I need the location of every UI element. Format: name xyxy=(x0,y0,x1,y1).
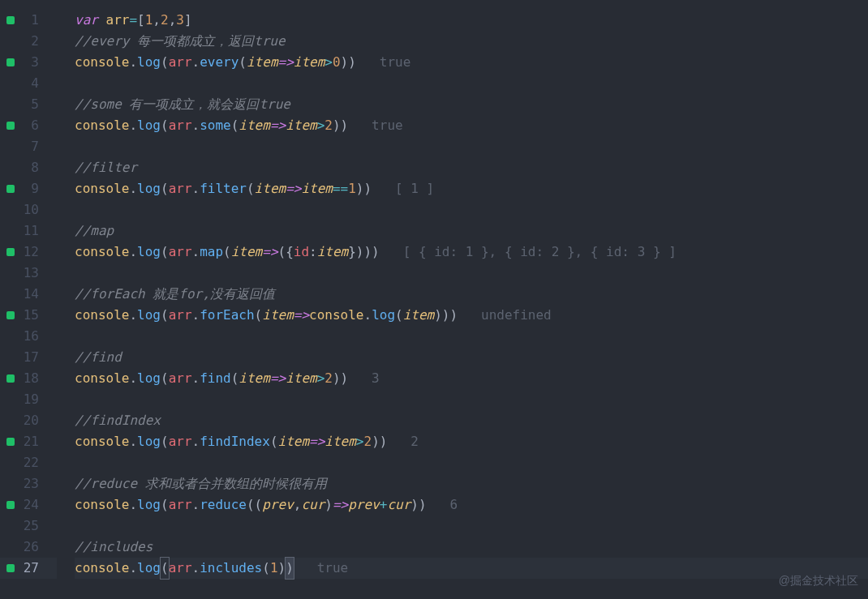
code-line[interactable]: //some 有一项成立，就会返回true xyxy=(75,94,868,115)
code-line[interactable]: //find xyxy=(75,347,868,368)
breakpoint-marker-icon[interactable] xyxy=(6,374,15,383)
code-line[interactable]: console.log(arr.map(item=>({id:item}))) … xyxy=(75,242,868,263)
gutter-row[interactable]: 14 xyxy=(0,284,57,305)
gutter-row[interactable]: 2 xyxy=(0,31,57,52)
code-token: [ { id: 1 }, { id: 2 }, { id: 3 } ] xyxy=(380,242,677,263)
code-token: 2 xyxy=(324,115,333,136)
code-line[interactable]: //reduce 求和或者合并数组的时候很有用 xyxy=(75,473,868,494)
code-line[interactable]: console.log(arr.some(item=>item>2)) true xyxy=(75,115,868,136)
gutter-row[interactable]: 13 xyxy=(0,263,57,284)
code-line[interactable] xyxy=(75,326,868,347)
code-token: filter xyxy=(200,178,247,199)
gutter-row[interactable]: 6 xyxy=(0,115,57,136)
code-token: > xyxy=(356,431,364,452)
code-line[interactable]: //forEach 就是for,没有返回值 xyxy=(75,284,868,305)
gutter-row[interactable]: 22 xyxy=(0,452,57,473)
breakpoint-marker-icon[interactable] xyxy=(6,501,15,509)
code-line[interactable]: console.log(arr.every(item=>item>0)) tru… xyxy=(75,52,868,73)
gutter-row[interactable]: 20 xyxy=(0,410,57,431)
gutter-row[interactable]: 27 xyxy=(0,558,57,579)
code-token: (( xyxy=(247,494,262,516)
code-token: . xyxy=(192,115,200,136)
code-line[interactable]: var arr=[1,2,3] xyxy=(75,10,868,31)
code-editor[interactable]: 1234567891011121314151617181920212223242… xyxy=(0,0,868,599)
breakpoint-marker-icon[interactable] xyxy=(6,122,15,130)
code-token: . xyxy=(192,305,200,326)
code-token: => xyxy=(270,115,286,136)
code-token: => xyxy=(333,494,348,516)
code-line[interactable]: console.log(arr.forEach(item=>console.lo… xyxy=(75,305,868,326)
code-line[interactable]: //map xyxy=(75,220,868,242)
code-token: arr xyxy=(169,52,192,73)
code-line[interactable]: //includes xyxy=(75,537,868,558)
gutter-row[interactable]: 7 xyxy=(0,136,57,157)
code-token: arr xyxy=(169,115,192,136)
gutter-row[interactable]: 21 xyxy=(0,431,57,452)
breakpoint-marker-icon[interactable] xyxy=(6,438,15,446)
gutter-row[interactable]: 8 xyxy=(0,157,57,178)
line-number: 26 xyxy=(24,537,39,558)
gutter-row[interactable]: 19 xyxy=(0,389,57,410)
line-number: 14 xyxy=(24,284,39,305)
code-token: arr xyxy=(169,242,192,263)
code-token: true xyxy=(356,52,410,73)
code-line[interactable] xyxy=(75,199,868,220)
gutter-row[interactable]: 15 xyxy=(0,305,57,326)
gutter-row[interactable]: 10 xyxy=(0,199,57,220)
gutter-row[interactable]: 3 xyxy=(0,52,57,73)
breakpoint-marker-icon[interactable] xyxy=(6,248,15,256)
code-token: var xyxy=(75,10,106,31)
line-number: 2 xyxy=(31,31,39,52)
line-number: 11 xyxy=(24,220,39,242)
gutter-row[interactable]: 25 xyxy=(0,516,57,537)
gutter-row[interactable]: 24 xyxy=(0,494,57,516)
breakpoint-marker-icon[interactable] xyxy=(6,564,15,572)
code-area[interactable]: var arr=[1,2,3]//every 每一项都成立，返回truecons… xyxy=(57,0,868,599)
breakpoint-marker-icon[interactable] xyxy=(6,16,15,24)
line-number: 7 xyxy=(31,136,39,157)
code-line[interactable]: console.log(arr.find(item=>item>2)) 3 xyxy=(75,368,868,389)
line-number: 23 xyxy=(24,473,39,494)
gutter-row[interactable]: 1 xyxy=(0,10,57,31)
code-line[interactable]: //findIndex xyxy=(75,410,868,431)
code-token: arr xyxy=(169,368,192,389)
code-token: item xyxy=(278,431,310,452)
code-line[interactable]: //every 每一项都成立，返回true xyxy=(75,31,868,52)
gutter-row[interactable]: 23 xyxy=(0,473,57,494)
code-token: console xyxy=(75,178,129,199)
code-token: 2 xyxy=(324,368,333,389)
code-token: ( xyxy=(270,431,278,452)
code-token: cur xyxy=(301,494,324,516)
gutter-row[interactable]: 18 xyxy=(0,368,57,389)
code-token: //reduce 求和或者合并数组的时候很有用 xyxy=(75,473,327,494)
code-line[interactable] xyxy=(75,136,868,157)
code-token: ))) xyxy=(434,305,458,326)
code-line[interactable]: console.log(arr.findIndex(item=>item>2))… xyxy=(75,431,868,452)
code-line[interactable]: //filter xyxy=(75,157,868,178)
gutter-row[interactable]: 9 xyxy=(0,178,57,199)
breakpoint-marker-icon[interactable] xyxy=(6,311,15,319)
code-line[interactable]: console.log(arr.reduce((prev,cur)=>prev+… xyxy=(75,494,868,516)
code-line[interactable] xyxy=(75,516,868,537)
gutter-row[interactable]: 26 xyxy=(0,537,57,558)
code-token: item xyxy=(286,115,317,136)
line-number: 10 xyxy=(24,199,39,220)
gutter-row[interactable]: 17 xyxy=(0,347,57,368)
code-line[interactable] xyxy=(75,389,868,410)
code-token: //filter xyxy=(75,157,137,178)
code-line[interactable]: console.log(arr.filter(item=>item==1)) [… xyxy=(75,178,868,199)
gutter-row[interactable]: 5 xyxy=(0,94,57,115)
code-token: )) xyxy=(356,178,372,199)
breakpoint-marker-icon[interactable] xyxy=(6,185,15,193)
code-line[interactable] xyxy=(75,452,868,473)
gutter-row[interactable]: 12 xyxy=(0,242,57,263)
breakpoint-marker-icon[interactable] xyxy=(6,58,15,66)
code-token: ( xyxy=(262,558,270,579)
code-token: )) xyxy=(333,368,348,389)
code-line[interactable]: console.log(arr.includes(1)) true xyxy=(75,558,868,579)
code-line[interactable] xyxy=(75,263,868,284)
code-line[interactable] xyxy=(75,73,868,94)
gutter-row[interactable]: 16 xyxy=(0,326,57,347)
gutter-row[interactable]: 4 xyxy=(0,73,57,94)
gutter-row[interactable]: 11 xyxy=(0,220,57,242)
